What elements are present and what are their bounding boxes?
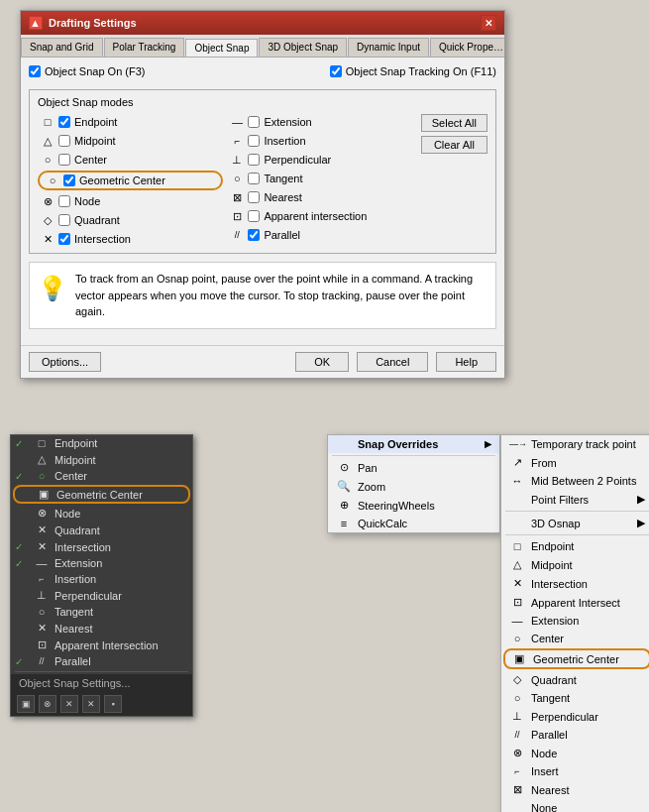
- sub-intersection-item[interactable]: ✕ Intersection: [501, 574, 649, 593]
- perpendicular-icon: ⊥: [230, 153, 244, 167]
- toolbar-btn-3[interactable]: ✕: [60, 695, 78, 713]
- sub-tangent-item[interactable]: ○ Tangent: [501, 689, 649, 707]
- tab-quick-prop[interactable]: Quick Prope…: [430, 38, 504, 57]
- left-menu-node[interactable]: ⊗ Node: [11, 505, 192, 522]
- mid-between-item[interactable]: ↔ Mid Between 2 Points: [501, 472, 649, 490]
- sub-quadrant-icon: ◇: [509, 673, 525, 686]
- perpendicular-checkbox[interactable]: [248, 154, 260, 166]
- point-filters-arrow: ▶: [637, 493, 645, 506]
- ok-button[interactable]: OK: [295, 352, 349, 372]
- left-menu-geometric-center[interactable]: ▣ Geometric Center: [13, 485, 190, 504]
- steering-wheels-item[interactable]: ⊕ SteeringWheels: [328, 496, 499, 515]
- extension-label: Extension: [264, 116, 311, 128]
- snap-overrides-item[interactable]: Snap Overrides ▶: [328, 435, 499, 453]
- tab-snap-grid[interactable]: Snap and Grid: [21, 38, 103, 57]
- perpendicular-menu-icon: ⊥: [35, 589, 49, 602]
- sub-extension-icon: —: [509, 615, 525, 627]
- clear-all-button[interactable]: Clear All: [421, 136, 487, 154]
- zoom-item[interactable]: 🔍 Zoom: [328, 477, 499, 496]
- toolbar-btn-5[interactable]: ▪: [104, 695, 122, 713]
- quick-calc-item[interactable]: ≡ QuickCalc: [328, 515, 499, 532]
- tab-dynamic-input[interactable]: Dynamic Input: [348, 38, 429, 57]
- sub-parallel-item[interactable]: // Parallel: [501, 726, 649, 744]
- snap-center: ○ Center: [38, 152, 223, 168]
- sub-perpendicular-item[interactable]: ⊥ Perpendicular: [501, 707, 649, 726]
- from-item[interactable]: ↗ From: [501, 453, 649, 472]
- sub-endpoint-item[interactable]: □ Endpoint: [501, 537, 649, 555]
- cancel-button[interactable]: Cancel: [357, 352, 428, 372]
- sub-nearest-item[interactable]: ⊠ Nearest: [501, 780, 649, 799]
- dialog-title: Drafting Settings: [49, 17, 137, 29]
- left-menu-nearest[interactable]: ✕ Nearest: [11, 620, 192, 637]
- left-menu-tangent[interactable]: ○ Tangent: [11, 604, 192, 620]
- sub-geom-center-label: Geometric Center: [533, 653, 619, 665]
- sub-endpoint-icon: □: [509, 540, 525, 552]
- left-menu-extension[interactable]: ✓ — Extension: [11, 555, 192, 571]
- apparent-int-menu-icon: ⊡: [35, 638, 49, 651]
- sub-center-item[interactable]: ○ Center: [501, 630, 649, 647]
- point-filters-item[interactable]: Point Filters ▶: [501, 490, 649, 509]
- select-all-button[interactable]: Select All: [421, 114, 487, 132]
- toolbar-btn-2[interactable]: ⊗: [39, 695, 56, 713]
- sub-geom-center-icon: ▣: [511, 652, 527, 665]
- left-menu-quadrant[interactable]: ✕ Quadrant: [11, 522, 192, 538]
- left-menu-apparent-intersection[interactable]: ⊡ Apparent Intersection: [11, 637, 192, 653]
- title-bar: ▲ Drafting Settings ✕: [21, 11, 504, 35]
- object-snap-on-checkbox[interactable]: [29, 65, 41, 77]
- left-menu-midpoint[interactable]: △ Midpoint: [11, 451, 192, 468]
- tangent-checkbox[interactable]: [248, 173, 260, 184]
- info-icon: 💡: [38, 271, 67, 320]
- info-box: 💡 To track from an Osnap point, pause ov…: [29, 262, 496, 329]
- apparent-intersection-icon: ⊡: [230, 209, 244, 223]
- sub-perpendicular-icon: ⊥: [509, 710, 525, 723]
- sub-extension-item[interactable]: — Extension: [501, 612, 649, 630]
- endpoint-label: Endpoint: [74, 116, 117, 128]
- sub-apparent-item[interactable]: ⊡ Apparent Intersect: [501, 593, 649, 612]
- intersection-checkbox[interactable]: [58, 233, 70, 245]
- center-checkbox[interactable]: [58, 154, 70, 166]
- help-button[interactable]: Help: [436, 352, 496, 372]
- left-menu-parallel[interactable]: ✓ // Parallel: [11, 653, 192, 669]
- toolbar-btn-1[interactable]: ▣: [17, 695, 35, 713]
- sub-insert-item[interactable]: ⌐ Insert: [501, 762, 649, 780]
- temp-track-item[interactable]: —→ Temporary track point: [501, 435, 649, 453]
- sub-none-label: None: [531, 802, 557, 812]
- insertion-checkbox[interactable]: [248, 135, 260, 147]
- left-menu-intersection[interactable]: ✓ ✕ Intersection: [11, 538, 192, 555]
- tab-3d-object-snap[interactable]: 3D Object Snap: [259, 38, 347, 57]
- sub-none-item[interactable]: None: [501, 799, 649, 812]
- close-button[interactable]: ✕: [481, 15, 496, 31]
- snap-modes-grid: □ Endpoint △ Midpoint ○ Center: [38, 114, 487, 247]
- left-menu-insertion[interactable]: ⌐ Insertion: [11, 571, 192, 587]
- tab-polar-tracking[interactable]: Polar Tracking: [104, 38, 185, 57]
- node-checkbox[interactable]: [58, 195, 70, 207]
- endpoint-checkbox[interactable]: [58, 116, 70, 128]
- object-snap-settings-item[interactable]: Object Snap Settings...: [11, 674, 192, 692]
- midpoint-checkbox[interactable]: [58, 135, 70, 147]
- left-menu-endpoint[interactable]: ✓ □ Endpoint: [11, 435, 192, 451]
- quadrant-checkbox[interactable]: [58, 214, 70, 226]
- snap-extension: — Extension: [227, 114, 412, 130]
- sub-geom-center-item[interactable]: ▣ Geometric Center: [503, 648, 649, 669]
- options-button[interactable]: Options...: [29, 352, 101, 372]
- sub-node-item[interactable]: ⊗ Node: [501, 744, 649, 762]
- nearest-checkbox[interactable]: [248, 191, 260, 203]
- parallel-checkbox[interactable]: [248, 229, 260, 241]
- pan-item[interactable]: ⊙ Pan: [328, 458, 499, 477]
- 3d-osnap-item[interactable]: 3D Osnap ▶: [501, 514, 649, 532]
- left-menu-perpendicular[interactable]: ⊥ Perpendicular: [11, 587, 192, 604]
- rm-sep-1: [332, 455, 495, 456]
- left-menu-center[interactable]: ✓ ○ Center: [11, 468, 192, 484]
- apparent-intersection-checkbox[interactable]: [248, 210, 260, 222]
- object-snap-tracking-checkbox[interactable]: [330, 65, 342, 77]
- sub-midpoint-item[interactable]: △ Midpoint: [501, 555, 649, 574]
- snap-midpoint: △ Midpoint: [38, 133, 223, 149]
- extension-checkbox[interactable]: [248, 116, 260, 128]
- endpoint-icon: □: [41, 115, 54, 129]
- tab-object-snap[interactable]: Object Snap: [185, 39, 258, 58]
- quadrant-menu-icon: ✕: [35, 523, 49, 536]
- toolbar-btn-4[interactable]: ✕: [82, 695, 100, 713]
- geometric-center-checkbox[interactable]: [63, 174, 75, 186]
- right-submenu: —→ Temporary track point ↗ From ↔ Mid Be…: [500, 434, 649, 812]
- sub-quadrant-item[interactable]: ◇ Quadrant: [501, 670, 649, 689]
